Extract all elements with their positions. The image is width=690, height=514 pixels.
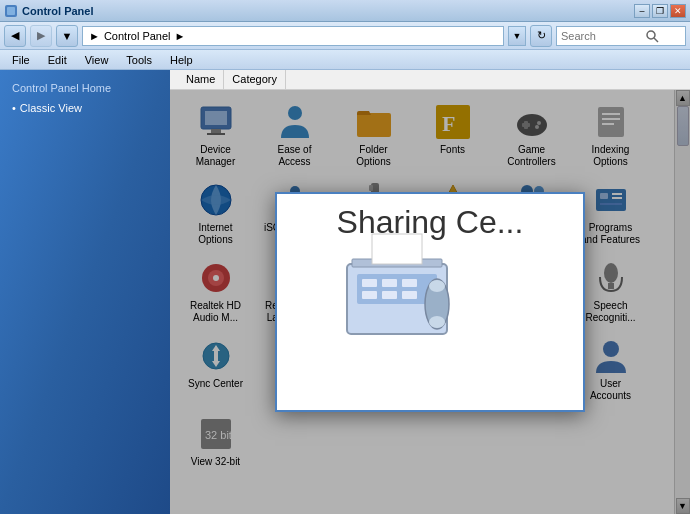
content-panel: Name Category Device ManagerEase of Acce… [170,70,690,514]
svg-rect-74 [362,291,377,299]
col-category[interactable]: Category [224,70,286,89]
path-arrow: ► [175,30,186,42]
menu-edit[interactable]: Edit [40,52,75,68]
svg-rect-76 [402,291,417,299]
cp-icon [4,4,18,18]
svg-point-80 [429,280,445,292]
svg-point-2 [647,31,655,39]
path-label: ► [89,30,100,42]
sharing-center-overlay: Sharing Ce... [170,90,690,514]
column-headers: Name Category [170,70,690,90]
svg-point-81 [429,316,445,328]
menu-view[interactable]: View [77,52,117,68]
title-bar: Control Panel – ❐ ✕ [0,0,690,22]
svg-rect-72 [382,279,397,287]
title-bar-left: Control Panel [4,4,94,18]
address-bar: ◀ ▶ ▼ ► Control Panel ► ▼ ↻ [0,22,690,50]
main-area: Control Panel Home Classic View Name Cat… [0,70,690,514]
forward-button[interactable]: ▶ [30,25,52,47]
svg-rect-71 [362,279,377,287]
path-text: Control Panel [104,30,171,42]
restore-button[interactable]: ❐ [652,4,668,18]
close-button[interactable]: ✕ [670,4,686,18]
path-dropdown-button[interactable]: ▼ [508,26,526,46]
back-button[interactable]: ◀ [4,25,26,47]
window-title: Control Panel [22,5,94,17]
menu-help[interactable]: Help [162,52,201,68]
dropdown-button[interactable]: ▼ [56,25,78,47]
sidebar-home[interactable]: Control Panel Home [0,78,170,98]
svg-line-3 [654,38,658,42]
minimize-button[interactable]: – [634,4,650,18]
refresh-button[interactable]: ↻ [530,25,552,47]
search-icon [645,29,659,43]
svg-rect-73 [402,279,417,287]
menu-file[interactable]: File [4,52,38,68]
sharing-center-dialog: Sharing Ce... [275,192,585,412]
sidebar: Control Panel Home Classic View [0,70,170,514]
col-name[interactable]: Name [178,70,224,89]
svg-rect-1 [7,7,15,15]
svg-rect-75 [382,291,397,299]
window-controls: – ❐ ✕ [634,4,686,18]
sidebar-classic-view[interactable]: Classic View [0,98,170,118]
search-input[interactable] [561,30,641,42]
control-panel-window: Control Panel – ❐ ✕ ◀ ▶ ▼ ► Control Pane… [0,0,690,514]
address-path[interactable]: ► Control Panel ► [82,26,504,46]
search-box[interactable] [556,26,686,46]
menu-bar: File Edit View Tools Help [0,50,690,70]
menu-tools[interactable]: Tools [118,52,160,68]
dialog-title: Sharing Ce... [277,204,583,241]
